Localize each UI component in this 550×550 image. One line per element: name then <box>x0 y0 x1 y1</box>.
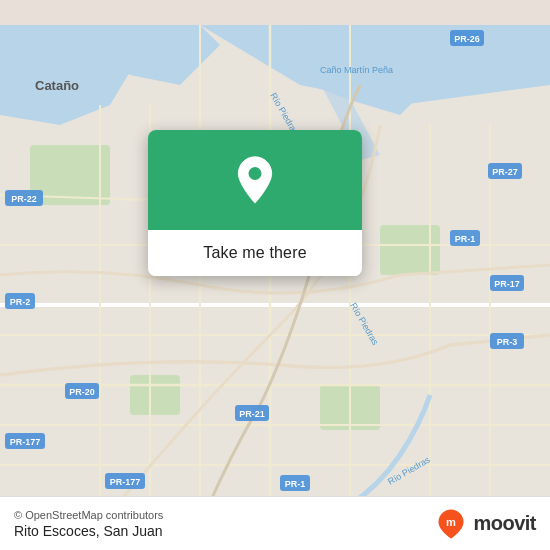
popup-green-area <box>148 130 362 230</box>
svg-text:PR-26: PR-26 <box>454 34 480 44</box>
svg-text:Caño Martín Peña: Caño Martín Peña <box>320 65 393 75</box>
take-me-there-button[interactable]: Take me there <box>148 230 362 276</box>
moovit-brand-text: moovit <box>473 512 536 535</box>
popup-card: Take me there <box>148 130 362 276</box>
svg-text:PR-1: PR-1 <box>285 479 306 489</box>
moovit-logo: m moovit <box>435 508 536 540</box>
moovit-brand-icon: m <box>435 508 467 540</box>
svg-text:PR-1: PR-1 <box>455 234 476 244</box>
svg-text:m: m <box>446 516 456 528</box>
svg-text:PR-3: PR-3 <box>497 337 518 347</box>
location-pin-icon <box>233 155 277 205</box>
location-info: © OpenStreetMap contributors Rito Escoce… <box>14 509 163 539</box>
location-label: Rito Escoces, San Juan <box>14 523 163 539</box>
svg-text:PR-177: PR-177 <box>10 437 41 447</box>
svg-text:PR-17: PR-17 <box>494 279 520 289</box>
svg-text:Cataño: Cataño <box>35 78 79 93</box>
bottom-bar: © OpenStreetMap contributors Rito Escoce… <box>0 496 550 550</box>
map-container: PR-22 PR-2 PR-1 PR-27 PR-26 PR-17 PR-20 … <box>0 0 550 550</box>
svg-text:PR-22: PR-22 <box>11 194 37 204</box>
svg-point-48 <box>249 167 262 180</box>
attribution-text: © OpenStreetMap contributors <box>14 509 163 521</box>
svg-rect-3 <box>130 375 180 415</box>
svg-text:PR-20: PR-20 <box>69 387 95 397</box>
svg-text:PR-2: PR-2 <box>10 297 31 307</box>
svg-text:PR-27: PR-27 <box>492 167 518 177</box>
svg-text:PR-177: PR-177 <box>110 477 141 487</box>
svg-text:PR-21: PR-21 <box>239 409 265 419</box>
